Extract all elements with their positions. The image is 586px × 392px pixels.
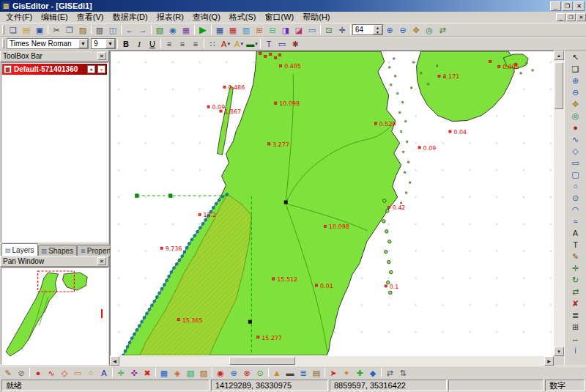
flow-arrow-button[interactable]: ➤: [327, 367, 340, 379]
menu-file[interactable]: 文件(F): [1, 12, 37, 23]
identify-button[interactable]: ✛: [335, 24, 349, 36]
move-node-button[interactable]: ✛: [114, 367, 127, 379]
map-marker[interactable]: [199, 213, 201, 215]
draw-point-button[interactable]: ●: [568, 122, 584, 133]
draw-rectangle-button[interactable]: ▭: [568, 157, 584, 169]
map-marker[interactable]: [280, 64, 282, 67]
refresh-button[interactable]: ⇄: [436, 24, 449, 36]
move-feature-button[interactable]: ✛: [568, 262, 584, 274]
sketch-button[interactable]: ✎: [1, 367, 15, 379]
text-box-button[interactable]: ▭: [275, 38, 289, 50]
map-horizontal-scrollbar[interactable]: ◀ ▶: [110, 356, 554, 366]
point-symbol-button[interactable]: ●: [31, 367, 45, 379]
cut-button[interactable]: ✂: [50, 24, 63, 36]
map-legend-button[interactable]: ≣: [297, 367, 310, 379]
layer-style-icon[interactable]: ●: [97, 65, 105, 73]
delete-node-button[interactable]: ✖: [141, 367, 154, 379]
text-symbol-button[interactable]: A: [97, 367, 111, 379]
menu-help[interactable]: 帮助(H): [298, 12, 334, 23]
highlight-color-button[interactable]: A▾: [232, 38, 245, 50]
edit-vertex-button[interactable]: ✎: [568, 251, 584, 262]
italic-button[interactable]: I: [133, 38, 146, 50]
bullet-list-button[interactable]: ∷: [206, 38, 219, 50]
chevron-down-icon[interactable]: ▾: [255, 38, 258, 50]
symbol-settings-button[interactable]: ✱: [289, 38, 302, 50]
swap-layers-button[interactable]: ⇄: [383, 367, 396, 379]
grid-reference-button[interactable]: ▤: [310, 367, 323, 379]
zoom-out-button[interactable]: ⊖: [396, 24, 409, 36]
chart-button[interactable]: ◪: [292, 24, 305, 36]
overview-map[interactable]: [1, 267, 108, 365]
sync-view-button[interactable]: ⇅: [396, 367, 409, 379]
map-marker[interactable]: [177, 319, 179, 321]
label-button[interactable]: T: [568, 239, 584, 251]
map-marker[interactable]: [268, 143, 270, 145]
map-svg[interactable]: 0.4050.4860.091.86710.0983.1710.0053.277…: [111, 51, 553, 355]
map-marker[interactable]: [272, 278, 275, 280]
pattern-style-button[interactable]: ▨: [197, 367, 210, 379]
map-marker[interactable]: [275, 102, 277, 104]
map-marker[interactable]: [438, 75, 440, 77]
run-button[interactable]: ▶: [196, 24, 209, 36]
map-marker[interactable]: [264, 55, 267, 57]
vertical-scroll-thumb[interactable]: [555, 62, 563, 109]
paste-button[interactable]: ▨: [76, 24, 89, 36]
save-button[interactable]: ▣: [33, 24, 46, 36]
mdi-minimize-button[interactable]: _: [556, 13, 565, 21]
add-table-button[interactable]: ▦: [226, 24, 240, 36]
draw-circle-button[interactable]: ○: [568, 180, 584, 192]
menu-database[interactable]: 数据库(D): [108, 12, 152, 23]
font-family-select[interactable]: Times New Roman ▼: [7, 38, 89, 49]
menu-format[interactable]: 格式(S): [225, 12, 261, 23]
new-button[interactable]: ❏: [7, 24, 20, 36]
layers-button[interactable]: ▧: [153, 24, 166, 36]
overlay-button[interactable]: ⊙: [253, 367, 267, 379]
select-box-button[interactable]: ❑: [568, 63, 584, 75]
draw-curve-button[interactable]: ≈: [568, 215, 584, 227]
open-button[interactable]: ▤: [20, 24, 33, 36]
draw-rounded-rectangle-button[interactable]: ▢: [568, 169, 584, 180]
zoom-out-tool-button[interactable]: ⊖: [568, 86, 584, 98]
mdi-restore-button[interactable]: ❐: [566, 13, 576, 21]
map-vertical-scrollbar[interactable]: ▲ ▼: [554, 51, 564, 356]
menu-window[interactable]: 窗口(W): [261, 12, 299, 23]
black-node-square[interactable]: [248, 320, 252, 324]
zoom-spinner[interactable]: ▲▼: [373, 25, 382, 34]
toolbox-bar-header[interactable]: ToolBox Bar ✕: [0, 51, 109, 62]
map-marker[interactable]: [315, 284, 317, 286]
toolbar-grip[interactable]: [2, 25, 4, 34]
print-preview-button[interactable]: ◫: [106, 24, 119, 36]
add-node-button[interactable]: ✜: [127, 367, 141, 379]
globe-button[interactable]: ◉: [166, 24, 179, 36]
scroll-up-icon[interactable]: ▲: [554, 51, 564, 60]
buffer-button[interactable]: ◉: [214, 367, 227, 379]
measure-button[interactable]: ↔: [568, 333, 584, 344]
info-button[interactable]: i: [568, 344, 584, 356]
close-icon[interactable]: ✕: [97, 52, 106, 60]
circle-symbol-button[interactable]: ○: [84, 367, 97, 379]
menu-edit[interactable]: 编辑(E): [37, 12, 73, 23]
menu-view[interactable]: 查看(V): [73, 12, 108, 23]
scroll-left-icon[interactable]: ◀: [110, 356, 119, 366]
undo-button[interactable]: ←: [123, 24, 136, 36]
map-canvas[interactable]: 0.4050.4860.091.86710.0983.1710.0053.277…: [110, 51, 554, 356]
scroll-right-icon[interactable]: ▶: [544, 356, 554, 366]
rect-symbol-button[interactable]: ▭: [71, 367, 84, 379]
green-handle-square[interactable]: [169, 194, 172, 197]
align-right-button[interactable]: ≡: [189, 38, 202, 50]
green-handle-square[interactable]: [136, 194, 138, 197]
draw-text-button[interactable]: A: [568, 227, 584, 239]
statistics-button[interactable]: ◨: [279, 24, 292, 36]
tab-layers[interactable]: ▤Layers: [1, 243, 38, 256]
lock-button[interactable]: ⊘: [15, 367, 28, 379]
draw-arc-button[interactable]: ◠: [568, 204, 584, 215]
scroll-down-icon[interactable]: ▼: [554, 347, 564, 356]
map-marker[interactable]: [387, 206, 390, 208]
pan-window-header[interactable]: Pan Window ✕: [0, 256, 109, 267]
map-marker[interactable]: [418, 147, 420, 149]
map-marker[interactable]: [324, 225, 326, 227]
map-marker[interactable]: [498, 65, 500, 67]
symbol-style-button[interactable]: ◈: [171, 367, 184, 379]
map-marker[interactable]: [259, 52, 262, 54]
map-marker[interactable]: [374, 122, 377, 125]
